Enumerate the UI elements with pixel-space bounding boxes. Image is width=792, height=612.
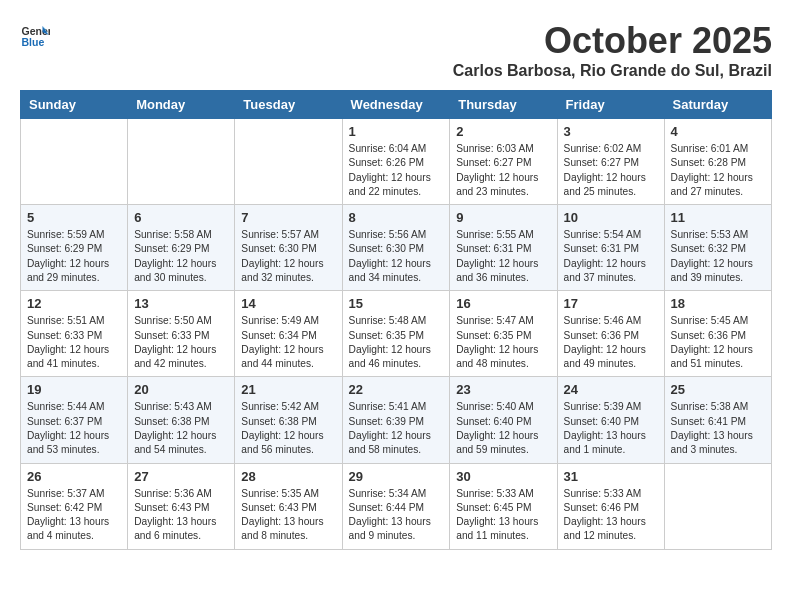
day-number: 9 — [456, 210, 550, 225]
calendar-table: SundayMondayTuesdayWednesdayThursdayFrid… — [20, 90, 772, 550]
day-info: Sunrise: 6:02 AM Sunset: 6:27 PM Dayligh… — [564, 142, 658, 199]
week-row-5: 26Sunrise: 5:37 AM Sunset: 6:42 PM Dayli… — [21, 463, 772, 549]
calendar-cell: 3Sunrise: 6:02 AM Sunset: 6:27 PM Daylig… — [557, 119, 664, 205]
month-title: October 2025 — [453, 20, 772, 62]
logo-icon: General Blue — [20, 20, 50, 50]
day-info: Sunrise: 5:45 AM Sunset: 6:36 PM Dayligh… — [671, 314, 765, 371]
day-info: Sunrise: 5:37 AM Sunset: 6:42 PM Dayligh… — [27, 487, 121, 544]
week-row-2: 5Sunrise: 5:59 AM Sunset: 6:29 PM Daylig… — [21, 205, 772, 291]
day-number: 2 — [456, 124, 550, 139]
calendar-cell — [664, 463, 771, 549]
day-number: 29 — [349, 469, 444, 484]
day-number: 16 — [456, 296, 550, 311]
day-number: 10 — [564, 210, 658, 225]
day-number: 12 — [27, 296, 121, 311]
weekday-header-saturday: Saturday — [664, 91, 771, 119]
calendar-cell: 23Sunrise: 5:40 AM Sunset: 6:40 PM Dayli… — [450, 377, 557, 463]
calendar-cell: 10Sunrise: 5:54 AM Sunset: 6:31 PM Dayli… — [557, 205, 664, 291]
calendar-cell: 13Sunrise: 5:50 AM Sunset: 6:33 PM Dayli… — [128, 291, 235, 377]
calendar-cell: 24Sunrise: 5:39 AM Sunset: 6:40 PM Dayli… — [557, 377, 664, 463]
calendar-cell: 14Sunrise: 5:49 AM Sunset: 6:34 PM Dayli… — [235, 291, 342, 377]
day-info: Sunrise: 5:43 AM Sunset: 6:38 PM Dayligh… — [134, 400, 228, 457]
weekday-header-tuesday: Tuesday — [235, 91, 342, 119]
calendar-cell: 21Sunrise: 5:42 AM Sunset: 6:38 PM Dayli… — [235, 377, 342, 463]
calendar-cell: 7Sunrise: 5:57 AM Sunset: 6:30 PM Daylig… — [235, 205, 342, 291]
week-row-4: 19Sunrise: 5:44 AM Sunset: 6:37 PM Dayli… — [21, 377, 772, 463]
week-row-1: 1Sunrise: 6:04 AM Sunset: 6:26 PM Daylig… — [21, 119, 772, 205]
day-info: Sunrise: 5:53 AM Sunset: 6:32 PM Dayligh… — [671, 228, 765, 285]
day-info: Sunrise: 5:57 AM Sunset: 6:30 PM Dayligh… — [241, 228, 335, 285]
calendar-cell — [21, 119, 128, 205]
day-info: Sunrise: 5:34 AM Sunset: 6:44 PM Dayligh… — [349, 487, 444, 544]
weekday-header-friday: Friday — [557, 91, 664, 119]
calendar-cell: 4Sunrise: 6:01 AM Sunset: 6:28 PM Daylig… — [664, 119, 771, 205]
calendar-cell: 11Sunrise: 5:53 AM Sunset: 6:32 PM Dayli… — [664, 205, 771, 291]
day-number: 6 — [134, 210, 228, 225]
day-info: Sunrise: 5:33 AM Sunset: 6:46 PM Dayligh… — [564, 487, 658, 544]
day-info: Sunrise: 5:47 AM Sunset: 6:35 PM Dayligh… — [456, 314, 550, 371]
day-info: Sunrise: 5:50 AM Sunset: 6:33 PM Dayligh… — [134, 314, 228, 371]
day-number: 5 — [27, 210, 121, 225]
day-number: 14 — [241, 296, 335, 311]
day-info: Sunrise: 5:48 AM Sunset: 6:35 PM Dayligh… — [349, 314, 444, 371]
calendar-cell: 9Sunrise: 5:55 AM Sunset: 6:31 PM Daylig… — [450, 205, 557, 291]
day-info: Sunrise: 5:51 AM Sunset: 6:33 PM Dayligh… — [27, 314, 121, 371]
calendar-cell: 17Sunrise: 5:46 AM Sunset: 6:36 PM Dayli… — [557, 291, 664, 377]
weekday-header-thursday: Thursday — [450, 91, 557, 119]
day-number: 15 — [349, 296, 444, 311]
calendar-cell: 26Sunrise: 5:37 AM Sunset: 6:42 PM Dayli… — [21, 463, 128, 549]
calendar-cell — [235, 119, 342, 205]
day-info: Sunrise: 5:36 AM Sunset: 6:43 PM Dayligh… — [134, 487, 228, 544]
day-number: 31 — [564, 469, 658, 484]
day-number: 24 — [564, 382, 658, 397]
day-info: Sunrise: 5:35 AM Sunset: 6:43 PM Dayligh… — [241, 487, 335, 544]
week-row-3: 12Sunrise: 5:51 AM Sunset: 6:33 PM Dayli… — [21, 291, 772, 377]
weekday-header-monday: Monday — [128, 91, 235, 119]
svg-text:Blue: Blue — [22, 36, 45, 48]
weekday-header-sunday: Sunday — [21, 91, 128, 119]
day-number: 18 — [671, 296, 765, 311]
day-number: 7 — [241, 210, 335, 225]
calendar-cell: 19Sunrise: 5:44 AM Sunset: 6:37 PM Dayli… — [21, 377, 128, 463]
location-subtitle: Carlos Barbosa, Rio Grande do Sul, Brazi… — [453, 62, 772, 80]
day-number: 26 — [27, 469, 121, 484]
day-info: Sunrise: 5:39 AM Sunset: 6:40 PM Dayligh… — [564, 400, 658, 457]
day-info: Sunrise: 5:58 AM Sunset: 6:29 PM Dayligh… — [134, 228, 228, 285]
calendar-cell: 31Sunrise: 5:33 AM Sunset: 6:46 PM Dayli… — [557, 463, 664, 549]
day-info: Sunrise: 6:01 AM Sunset: 6:28 PM Dayligh… — [671, 142, 765, 199]
day-number: 23 — [456, 382, 550, 397]
calendar-cell: 1Sunrise: 6:04 AM Sunset: 6:26 PM Daylig… — [342, 119, 450, 205]
calendar-cell: 28Sunrise: 5:35 AM Sunset: 6:43 PM Dayli… — [235, 463, 342, 549]
day-number: 28 — [241, 469, 335, 484]
day-info: Sunrise: 5:40 AM Sunset: 6:40 PM Dayligh… — [456, 400, 550, 457]
day-info: Sunrise: 5:38 AM Sunset: 6:41 PM Dayligh… — [671, 400, 765, 457]
day-info: Sunrise: 5:42 AM Sunset: 6:38 PM Dayligh… — [241, 400, 335, 457]
day-info: Sunrise: 5:41 AM Sunset: 6:39 PM Dayligh… — [349, 400, 444, 457]
calendar-cell: 30Sunrise: 5:33 AM Sunset: 6:45 PM Dayli… — [450, 463, 557, 549]
day-info: Sunrise: 5:54 AM Sunset: 6:31 PM Dayligh… — [564, 228, 658, 285]
weekday-header-row: SundayMondayTuesdayWednesdayThursdayFrid… — [21, 91, 772, 119]
calendar-cell: 16Sunrise: 5:47 AM Sunset: 6:35 PM Dayli… — [450, 291, 557, 377]
day-number: 30 — [456, 469, 550, 484]
day-number: 25 — [671, 382, 765, 397]
day-number: 22 — [349, 382, 444, 397]
weekday-header-wednesday: Wednesday — [342, 91, 450, 119]
title-section: October 2025 Carlos Barbosa, Rio Grande … — [453, 20, 772, 80]
day-info: Sunrise: 5:59 AM Sunset: 6:29 PM Dayligh… — [27, 228, 121, 285]
day-number: 13 — [134, 296, 228, 311]
calendar-cell: 27Sunrise: 5:36 AM Sunset: 6:43 PM Dayli… — [128, 463, 235, 549]
calendar-cell: 20Sunrise: 5:43 AM Sunset: 6:38 PM Dayli… — [128, 377, 235, 463]
day-number: 11 — [671, 210, 765, 225]
calendar-cell: 2Sunrise: 6:03 AM Sunset: 6:27 PM Daylig… — [450, 119, 557, 205]
calendar-cell: 29Sunrise: 5:34 AM Sunset: 6:44 PM Dayli… — [342, 463, 450, 549]
day-number: 27 — [134, 469, 228, 484]
calendar-cell: 6Sunrise: 5:58 AM Sunset: 6:29 PM Daylig… — [128, 205, 235, 291]
day-info: Sunrise: 5:33 AM Sunset: 6:45 PM Dayligh… — [456, 487, 550, 544]
day-number: 21 — [241, 382, 335, 397]
calendar-cell: 15Sunrise: 5:48 AM Sunset: 6:35 PM Dayli… — [342, 291, 450, 377]
day-info: Sunrise: 5:46 AM Sunset: 6:36 PM Dayligh… — [564, 314, 658, 371]
day-number: 4 — [671, 124, 765, 139]
calendar-cell: 8Sunrise: 5:56 AM Sunset: 6:30 PM Daylig… — [342, 205, 450, 291]
day-number: 17 — [564, 296, 658, 311]
day-number: 3 — [564, 124, 658, 139]
